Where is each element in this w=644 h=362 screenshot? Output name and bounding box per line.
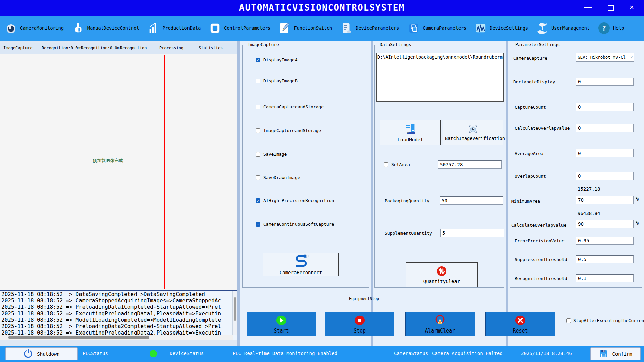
rectangle-display-input[interactable] bbox=[576, 78, 634, 86]
log-vertical-scrollbar[interactable] bbox=[232, 291, 237, 335]
minimize-button[interactable] bbox=[584, 7, 592, 8]
cancel-icon bbox=[514, 315, 527, 327]
save-floppy-icon bbox=[599, 349, 608, 359]
error-precision-value-input[interactable] bbox=[576, 237, 634, 245]
checkbox-camera-continuous-soft-capture[interactable]: CameraContinuousSoftCapture bbox=[256, 222, 334, 227]
menu-item-function-switch[interactable]: FunctionSwitch bbox=[278, 22, 332, 35]
tab-image-capture[interactable]: ImageCapture bbox=[3, 46, 33, 50]
checkbox-ai-high-precision[interactable]: AIHigh-PrecisionRecognition bbox=[256, 198, 334, 203]
set-area-checkbox[interactable]: SetArea bbox=[384, 162, 410, 167]
packaging-quantity-input[interactable] bbox=[440, 196, 503, 205]
checkbox-image-capture-storage[interactable]: ImageCaptureandStorage bbox=[256, 128, 321, 133]
percent-unit: % bbox=[636, 196, 639, 202]
button-label: Stop bbox=[354, 328, 366, 334]
packaging-quantity-label: PackagingQuantity bbox=[385, 198, 429, 203]
menu-item-camera-parameters[interactable]: CameraParameters bbox=[407, 22, 466, 35]
checkbox-box[interactable] bbox=[256, 198, 260, 203]
checkbox-box[interactable] bbox=[256, 128, 260, 133]
menu-item-production-data[interactable]: ProductionData bbox=[147, 22, 201, 35]
tab-recognition-time-1[interactable]: Recognition:0.0ms bbox=[42, 46, 83, 50]
supplement-quantity-input[interactable] bbox=[440, 229, 504, 237]
camera-status-message: Camera Acquisition Halted bbox=[432, 351, 503, 356]
stop-after-current-package-checkbox[interactable]: StopAfterExecutingTheCurrentPackage bbox=[566, 318, 637, 324]
checkbox-display-image-a[interactable]: DisplayImageA bbox=[256, 57, 298, 62]
group-title: ParameterSettings bbox=[514, 42, 561, 47]
camera-reconnect-button[interactable]: CameraReconnect bbox=[263, 253, 339, 276]
panel-divider[interactable] bbox=[237, 41, 240, 346]
checkbox-label: AIHigh-PrecisionRecognition bbox=[263, 198, 334, 203]
quantity-clear-button[interactable]: QuantityClear bbox=[406, 262, 478, 287]
alarm-clear-button[interactable]: AlarmClear bbox=[405, 312, 475, 336]
shutdown-button[interactable]: Shutdown bbox=[5, 347, 78, 360]
load-model-button[interactable]: LoadModel bbox=[380, 120, 441, 145]
plc-status-label: PLCStatus bbox=[83, 351, 108, 356]
tab-processing[interactable]: Processing bbox=[159, 46, 183, 50]
menu-item-device-settings[interactable]: DeviceSettings bbox=[474, 22, 528, 35]
power-icon bbox=[23, 349, 33, 359]
set-area-input[interactable] bbox=[438, 160, 502, 169]
menu-item-control-parameters[interactable]: ControlParameters bbox=[209, 22, 270, 35]
camera-capture-label: CameraCapture bbox=[513, 56, 547, 61]
menu-label: ProductionData bbox=[162, 25, 201, 31]
checkbox-box[interactable] bbox=[256, 175, 260, 180]
calculate-overlap-value-input[interactable] bbox=[576, 124, 634, 132]
tab-statistics[interactable]: Statistics bbox=[199, 46, 223, 50]
stop-button[interactable]: Stop bbox=[325, 312, 394, 336]
minimum-area-input[interactable] bbox=[576, 196, 634, 204]
checkbox-camera-capture-storage[interactable]: CameraCaptureandStorage bbox=[256, 104, 324, 109]
menu-item-manual-device-control[interactable]: ManualDeviceControl bbox=[72, 22, 139, 35]
clear-arrows-icon bbox=[436, 266, 447, 278]
computer-icon bbox=[404, 122, 417, 136]
log-line: 2025-11-18 08:18:52 => ExecutingPreloadi… bbox=[1, 310, 232, 317]
tab-recognition-time-2[interactable]: Recognition:0.0ms bbox=[81, 46, 122, 50]
minimum-area-label: MinimumArea bbox=[511, 199, 540, 204]
waveform-icon bbox=[474, 22, 487, 35]
rectangle-display-label: RectangleDisplay bbox=[513, 79, 555, 84]
eye-scan-icon bbox=[467, 124, 479, 136]
alarm-warning-icon bbox=[434, 315, 446, 327]
close-button[interactable]: ✕ bbox=[630, 3, 634, 11]
tab-recognition[interactable]: Recognition bbox=[120, 46, 147, 50]
suppression-threshold-input[interactable] bbox=[576, 255, 634, 263]
recognition-threshold-input[interactable] bbox=[576, 274, 634, 282]
checkbox-box[interactable] bbox=[256, 79, 260, 83]
log-horizontal-scrollbar[interactable] bbox=[0, 335, 233, 340]
stop-icon bbox=[353, 315, 366, 327]
model-path-field[interactable]: D:\AIntelligentpackaging\onnxmodel\Round… bbox=[376, 53, 504, 102]
overlap-count-input[interactable] bbox=[576, 172, 634, 180]
checkbox-box[interactable] bbox=[256, 152, 260, 157]
page-title: AUTOMATICVISIONCONTROLSYSTEM bbox=[0, 3, 644, 13]
percent-unit: % bbox=[636, 220, 639, 226]
confirm-button[interactable]: Confirm bbox=[590, 347, 641, 360]
capture-count-input[interactable] bbox=[576, 103, 634, 111]
checkbox-label: StopAfterExecutingTheCurrentPackage bbox=[573, 318, 634, 324]
checkbox-display-image-b[interactable]: DisplayImageB bbox=[256, 78, 298, 83]
menu-label: DeviceParameters bbox=[356, 25, 399, 31]
start-button[interactable]: Start bbox=[247, 312, 316, 336]
batch-image-verification-button[interactable]: BatchImageVerification bbox=[443, 120, 503, 145]
menu-label: ManualDeviceControl bbox=[87, 25, 139, 31]
bar-chart-icon bbox=[147, 22, 160, 35]
checkbox-save-drawn-image[interactable]: SaveDrawnImage bbox=[256, 175, 300, 180]
checkbox-box[interactable] bbox=[256, 222, 260, 227]
menu-item-camera-monitoring[interactable]: CameraMonitoring bbox=[5, 22, 64, 35]
reset-button[interactable]: Reset bbox=[485, 312, 555, 336]
checkbox-label: ImageCaptureandStorage bbox=[263, 128, 321, 133]
checkbox-box[interactable] bbox=[566, 318, 571, 323]
camera-image-viewport bbox=[0, 54, 237, 290]
panel-divider[interactable] bbox=[506, 41, 508, 346]
log-line: 2025-11-18 08:18:52 => PreloadingData1Co… bbox=[1, 304, 232, 310]
checkbox-save-image[interactable]: SaveImage bbox=[256, 152, 287, 157]
average-area-input[interactable] bbox=[576, 149, 634, 157]
pencil-icon bbox=[278, 22, 291, 35]
calculate-overlap-value-2-input[interactable] bbox=[576, 220, 634, 228]
suppression-threshold-label: SuppressionThreshold bbox=[515, 257, 567, 262]
menu-item-device-parameters[interactable]: DeviceParameters bbox=[340, 22, 399, 35]
checkbox-box[interactable] bbox=[384, 162, 388, 167]
camera-capture-select[interactable]: GEV: Hikrobot MV-Cl ˅ bbox=[576, 53, 634, 62]
checkbox-box[interactable] bbox=[256, 105, 260, 109]
maximize-button[interactable] bbox=[608, 5, 614, 11]
checkbox-box[interactable] bbox=[256, 58, 260, 62]
menu-item-help[interactable]: ? Help bbox=[598, 22, 624, 35]
menu-item-user-management[interactable]: UserManagement bbox=[536, 22, 590, 35]
